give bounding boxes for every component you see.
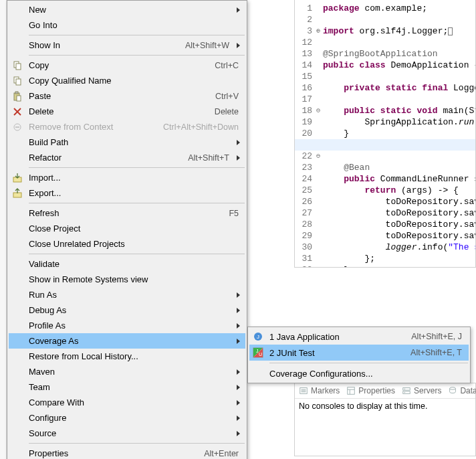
- fold-annotation[interactable]: [315, 116, 322, 128]
- menu-refresh[interactable]: Refresh F5: [9, 205, 245, 221]
- fold-annotation[interactable]: [315, 230, 322, 242]
- menu-label: Configure: [26, 413, 233, 423]
- submenu-arrow-icon: [233, 43, 243, 48]
- menu-delete[interactable]: Delete Delete: [9, 104, 245, 119]
- menu-show-in[interactable]: Show In Alt+Shift+W: [9, 37, 245, 53]
- menu-source[interactable]: Source: [9, 426, 245, 441]
- menu-close-project[interactable]: Close Project: [9, 221, 245, 236]
- code-line[interactable]: toDoRepository.save(n: [323, 197, 476, 207]
- menu-go-into[interactable]: Go Into: [9, 17, 245, 33]
- fold-annotation[interactable]: [315, 48, 322, 60]
- fold-annotation[interactable]: [315, 60, 322, 71]
- line-number: 25: [295, 185, 315, 196]
- menu-copy-qualified-name[interactable]: Copy Qualified Name: [9, 73, 245, 88]
- blank-icon: [9, 17, 26, 33]
- menu-label: Coverage Configurations...: [267, 369, 466, 379]
- fold-annotation[interactable]: ⊖: [315, 151, 322, 162]
- fold-annotation[interactable]: [315, 253, 322, 264]
- code-line[interactable]: public static void main(String: [323, 106, 476, 116]
- submenu-java-application[interactable]: J 1 Java Application Alt+Shift+E, J: [249, 329, 469, 345]
- menu-profile-as[interactable]: Profile As: [9, 318, 245, 333]
- fold-annotation[interactable]: [315, 242, 322, 253]
- code-line[interactable]: logger.info("The samp: [323, 242, 476, 252]
- menu-build-path[interactable]: Build Path: [9, 134, 245, 150]
- code-line[interactable]: package com.example;: [323, 3, 427, 13]
- menu-new[interactable]: New: [9, 2, 245, 17]
- menu-paste[interactable]: Paste Ctrl+V: [9, 88, 245, 104]
- fold-annotation[interactable]: [315, 37, 322, 48]
- fold-annotation[interactable]: [315, 3, 322, 14]
- menu-import[interactable]: Import...: [9, 170, 245, 185]
- code-line[interactable]: @SpringBootApplication: [323, 49, 438, 59]
- code-area[interactable]: package com.example; import org.slf4j.Lo…: [323, 3, 475, 268]
- code-line[interactable]: }: [323, 265, 349, 268]
- tab-properties[interactable]: Properties: [346, 386, 395, 395]
- code-line[interactable]: SpringApplication.run(Dem: [323, 117, 476, 127]
- menu-copy[interactable]: Copy Ctrl+C: [9, 58, 245, 73]
- menu-team[interactable]: Team: [9, 379, 245, 395]
- blank-icon: [9, 221, 26, 236]
- menu-debug-as[interactable]: Debug As: [9, 302, 245, 318]
- svg-rect-8: [403, 391, 410, 394]
- menu-label: 1 Java Application: [267, 332, 411, 342]
- tab-label: Markers: [311, 386, 340, 395]
- menu-label: Close Unrelated Projects: [26, 239, 243, 249]
- blank-icon: [9, 410, 26, 426]
- menu-label: Refactor: [26, 153, 188, 163]
- fold-annotation[interactable]: [315, 219, 322, 230]
- fold-annotation[interactable]: [315, 207, 322, 219]
- code-line[interactable]: return (args) -> {: [323, 185, 459, 195]
- menu-refactor[interactable]: Refactor Alt+Shift+T: [9, 150, 245, 165]
- menu-label: Coverage As: [26, 336, 233, 346]
- code-line[interactable]: private static final Logger l: [323, 83, 476, 93]
- menu-label: Restore from Local History...: [26, 351, 243, 361]
- fold-annotation[interactable]: [315, 185, 322, 196]
- menu-coverage-as[interactable]: Coverage As: [9, 333, 245, 349]
- code-line[interactable]: [295, 139, 475, 151]
- menu-maven[interactable]: Maven: [9, 364, 245, 379]
- submenu-coverage-configurations[interactable]: Coverage Configurations...: [249, 365, 469, 381]
- menu-export[interactable]: Export...: [9, 185, 245, 201]
- fold-annotation[interactable]: [315, 162, 322, 173]
- code-line[interactable]: toDoRepository.save(n: [323, 231, 476, 241]
- fold-annotation[interactable]: [315, 94, 322, 105]
- fold-annotation[interactable]: [315, 128, 322, 139]
- code-line[interactable]: @Bean: [323, 163, 370, 173]
- code-line[interactable]: toDoRepository.save(n: [323, 208, 476, 218]
- code-line[interactable]: import org.slf4j.Logger;: [323, 26, 453, 36]
- fold-annotation[interactable]: [315, 173, 322, 185]
- fold-annotation[interactable]: ⊕: [315, 25, 322, 37]
- submenu-junit-test[interactable]: JU 2 JUnit Test Alt+Shift+E, T: [249, 345, 469, 361]
- fold-annotation[interactable]: [315, 71, 322, 82]
- code-line[interactable]: toDoRepository.save(n: [323, 219, 476, 230]
- submenu-arrow-icon: [233, 308, 243, 313]
- fold-annotation[interactable]: [315, 14, 322, 25]
- menu-show-in-remote-systems[interactable]: Show in Remote Systems view: [9, 272, 245, 287]
- fold-annotation[interactable]: [315, 82, 322, 94]
- data-icon: [448, 386, 457, 395]
- svg-rect-17: [15, 92, 18, 94]
- menu-configure[interactable]: Configure: [9, 410, 245, 426]
- code-line[interactable]: public CommandLineRunner setu: [323, 174, 476, 184]
- menu-compare-with[interactable]: Compare With: [9, 395, 245, 410]
- tab-data[interactable]: Data: [448, 386, 476, 395]
- tab-markers[interactable]: Markers: [299, 386, 340, 395]
- code-line[interactable]: }: [323, 128, 349, 139]
- menu-validate[interactable]: Validate: [9, 256, 245, 272]
- menu-close-unrelated-projects[interactable]: Close Unrelated Projects: [9, 236, 245, 252]
- menu-properties[interactable]: Properties Alt+Enter: [9, 446, 245, 459]
- fold-annotation[interactable]: [315, 196, 322, 207]
- menu-restore-local-history[interactable]: Restore from Local History...: [9, 349, 245, 364]
- code-editor[interactable]: 1231213141516171819202122232425262728293…: [294, 0, 476, 268]
- line-number: 22: [295, 151, 315, 162]
- menu-separator: [29, 443, 245, 444]
- code-line[interactable]: };: [323, 254, 375, 264]
- tab-servers[interactable]: Servers: [402, 386, 441, 395]
- blank-icon: [9, 272, 26, 287]
- fold-annotation[interactable]: [315, 264, 322, 268]
- fold-annotation[interactable]: ⊖: [315, 105, 322, 116]
- svg-rect-24: [13, 193, 21, 197]
- code-line[interactable]: public class DemoApplication {: [323, 60, 476, 70]
- menu-label: Import...: [26, 173, 243, 183]
- menu-run-as[interactable]: Run As: [9, 287, 245, 302]
